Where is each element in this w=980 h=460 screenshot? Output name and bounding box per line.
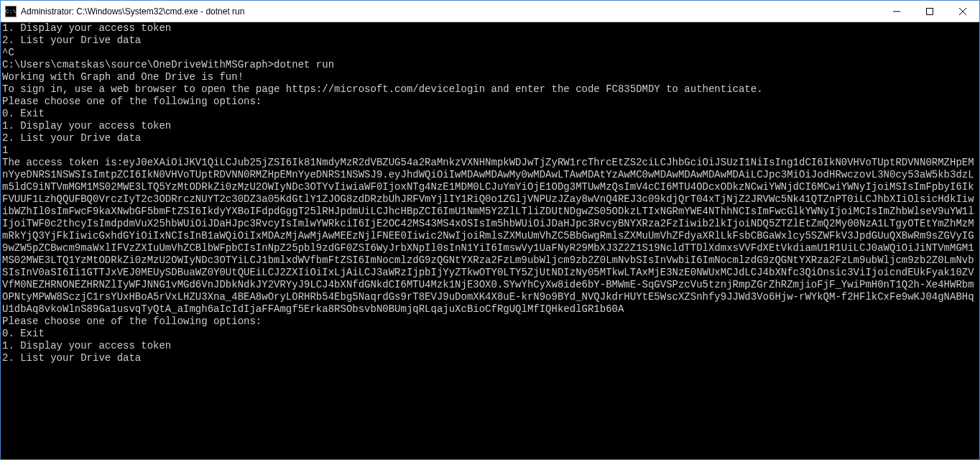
terminal-line: 0. Exit [2, 108, 978, 120]
terminal-line: 2. List your Drive data [2, 352, 978, 364]
terminal-line: Working with Graph and One Drive is fun! [2, 71, 978, 83]
window-controls [880, 1, 979, 22]
minimize-icon [893, 8, 900, 15]
terminal-line: 0. Exit [2, 328, 978, 340]
terminal-line: 2. List your Drive data [2, 34, 978, 47]
maximize-icon [926, 8, 933, 15]
minimize-button[interactable] [880, 1, 913, 22]
terminal-line: 2. List your Drive data [2, 132, 978, 144]
svg-rect-1 [927, 8, 933, 14]
terminal-line: C:\Users\cmatskas\source\OneDriveWithMSG… [2, 59, 978, 71]
window-title: Administrator: C:\Windows\System32\cmd.e… [21, 6, 880, 17]
terminal-line: 1. Display your access token [2, 340, 978, 352]
terminal-line: 1. Display your access token [2, 120, 978, 132]
terminal-line: The access token is:eyJ0eXAiOiJKV1QiLCJu… [2, 157, 978, 316]
titlebar[interactable]: C:\ Administrator: C:\Windows\System32\c… [1, 1, 979, 22]
terminal-line: ^C [2, 47, 978, 59]
cmd-window: C:\ Administrator: C:\Windows\System32\c… [0, 0, 980, 460]
close-icon [959, 8, 966, 15]
terminal-line: Please choose one of the following optio… [2, 96, 978, 108]
terminal-line: Please choose one of the following optio… [2, 316, 978, 328]
terminal-line: 1. Display your access token [2, 22, 978, 34]
maximize-button[interactable] [913, 1, 946, 22]
terminal-output[interactable]: 1. Display your access token2. List your… [1, 22, 979, 459]
terminal-line: To sign in, use a web browser to open th… [2, 83, 978, 96]
terminal-line: 1 [2, 144, 978, 157]
close-button[interactable] [946, 1, 979, 22]
cmd-icon: C:\ [5, 6, 17, 17]
